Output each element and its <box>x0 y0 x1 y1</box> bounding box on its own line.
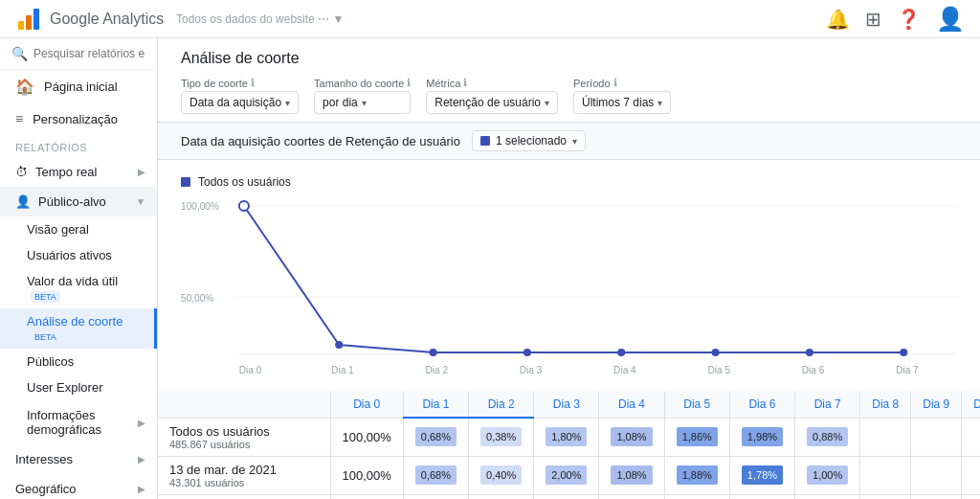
logo: Google Analytics <box>15 6 168 33</box>
period-help-icon[interactable]: ℹ <box>613 77 617 89</box>
cohort-type-select[interactable]: Data da aquisição ▾ <box>181 91 299 114</box>
content-area: Análise de coorte Tipo de coorte ℹ Data … <box>158 38 980 499</box>
sidebar-item-geo[interactable]: Geográfico ▶ <box>0 474 157 499</box>
table-cell: 1,08% <box>599 494 664 499</box>
page-subtitle: Todos os dados do website ⋯ ▼ <box>176 12 344 26</box>
cohort-type-help-icon[interactable]: ℹ <box>251 77 255 89</box>
svg-point-17 <box>335 341 343 349</box>
sidebar-item-overview[interactable]: Visão geral <box>0 216 157 242</box>
sidebar-item-audiences[interactable]: Públicos <box>0 349 157 374</box>
apps-icon[interactable]: ⊞ <box>865 8 881 31</box>
sidebar-item-active-users[interactable]: Usuários ativos <box>0 242 157 268</box>
table-cell: 1,98% <box>729 418 794 456</box>
svg-text:Dia 0: Dia 0 <box>239 365 262 375</box>
metric-control: Métrica ℹ Retenção de usuário ▾ <box>426 77 558 114</box>
table-cell: 0,35% <box>469 494 534 499</box>
col-header-dia0: Dia 0 <box>330 392 403 418</box>
table-cell <box>911 494 962 499</box>
interests-expand-icon: ▶ <box>138 454 145 465</box>
svg-text:Dia 7: Dia 7 <box>896 365 919 375</box>
table-cell <box>962 456 980 494</box>
col-header-dia5: Dia 5 <box>664 392 729 418</box>
period-select[interactable]: Últimos 7 dias ▾ <box>573 91 671 114</box>
sidebar-item-interests[interactable]: Interesses ▶ <box>0 444 157 474</box>
sidebar-realtime-label: Tempo real <box>35 165 97 179</box>
table-cell <box>911 456 962 494</box>
metric-select[interactable]: Retenção de usuário ▾ <box>426 91 558 114</box>
col-header-name <box>158 392 330 418</box>
sidebar-search[interactable]: 🔍 <box>0 38 157 70</box>
table-cell <box>962 418 980 456</box>
svg-text:Dia 3: Dia 3 <box>520 365 543 375</box>
svg-rect-2 <box>33 9 39 30</box>
sidebar-audience-label: Público-alvo <box>38 194 106 209</box>
col-header-dia4: Dia 4 <box>599 392 664 418</box>
table-cell: 2,00% <box>534 456 599 494</box>
metric-help-icon[interactable]: ℹ <box>463 77 467 89</box>
table-cell: 100,00% <box>330 418 403 456</box>
table-cell: 0,68% <box>729 494 794 499</box>
table-cell: 1,88% <box>664 456 729 494</box>
sidebar-item-home-label: Página inicial <box>44 79 118 94</box>
personalization-icon: ≡ <box>15 111 23 126</box>
table-cell: 0,68% <box>403 494 468 499</box>
sidebar-item-cohort[interactable]: Análise de coorte BETA <box>0 308 157 349</box>
col-header-dia6: Dia 6 <box>729 392 794 418</box>
col-header-dia7: Dia 7 <box>795 392 860 418</box>
period-arrow-icon: ▾ <box>657 98 662 108</box>
sidebar-item-user-explorer[interactable]: User Explorer <box>0 374 157 400</box>
cohort-header: Análise de coorte Tipo de coorte ℹ Data … <box>158 38 980 123</box>
table-cell <box>860 418 911 456</box>
sidebar-item-personalization[interactable]: ≡ Personalização <box>0 103 157 134</box>
logo-text: Google Analytics <box>50 11 164 28</box>
help-icon[interactable]: ❓ <box>897 8 921 31</box>
audience-bar: Data da aquisição coortes de Retenção de… <box>158 123 980 160</box>
lifetime-beta-badge: BETA <box>31 291 60 303</box>
sidebar-item-home[interactable]: 🏠 Página inicial <box>0 70 157 103</box>
row-label-cell: 13 de mar. de 202143.301 usuários <box>158 456 330 494</box>
segment-badge[interactable]: 1 selecionado ▾ <box>472 130 586 151</box>
table-cell: 0,28% <box>534 494 599 499</box>
table-cell <box>795 494 860 499</box>
cohort-controls: Tipo de coorte ℹ Data da aquisição ▾ Tam… <box>181 77 957 114</box>
svg-text:Dia 4: Dia 4 <box>613 365 636 375</box>
sidebar-item-lifetime-value[interactable]: Valor da vida útil BETA <box>0 268 157 308</box>
period-control: Período ℹ Últimos 7 dias ▾ <box>573 77 671 114</box>
ga-logo-icon <box>15 6 42 33</box>
svg-point-22 <box>806 349 813 356</box>
segment-dot-icon <box>480 136 490 146</box>
overview-label: Visão geral <box>27 222 89 237</box>
svg-rect-1 <box>26 15 32 30</box>
svg-point-23 <box>900 349 907 356</box>
cohort-type-arrow-icon: ▾ <box>285 98 290 108</box>
cohort-size-select[interactable]: por dia ▾ <box>314 91 411 114</box>
bell-icon[interactable]: 🔔 <box>826 8 850 31</box>
table-cell: 1,78% <box>729 456 794 494</box>
cohort-size-help-icon[interactable]: ℹ <box>407 77 411 89</box>
table-cell: 0,68% <box>403 456 468 494</box>
svg-point-21 <box>712 349 720 356</box>
table: Dia 0 Dia 1 Dia 2 Dia 3 Dia 4 Dia 5 Dia … <box>158 392 980 499</box>
metric-arrow-icon: ▾ <box>545 98 549 108</box>
col-header-dia8: Dia 8 <box>860 392 911 418</box>
segment-arrow-icon: ▾ <box>572 136 577 147</box>
search-input[interactable] <box>33 47 145 60</box>
sidebar-item-audience[interactable]: 👤 Público-alvo ▼ <box>0 187 157 216</box>
cohort-title: Análise de coorte <box>181 50 957 67</box>
table-cell: 100,00% <box>330 494 403 499</box>
svg-text:Dia 5: Dia 5 <box>707 365 730 375</box>
demographics-label: Informações demográficas <box>27 408 138 437</box>
user-explorer-label: User Explorer <box>27 380 102 395</box>
breadcrumb: Todos os dados do website ⋯ ▼ <box>176 12 826 26</box>
table-cell: 1,00% <box>795 456 860 494</box>
sidebar-item-demographics[interactable]: Informações demográficas ▶ <box>0 400 157 444</box>
sidebar-item-realtime[interactable]: ⏱ Tempo real ▶ <box>0 157 157 187</box>
svg-text:Dia 1: Dia 1 <box>331 365 354 375</box>
col-header-dia1: Dia 1 <box>403 392 468 418</box>
active-users-label: Usuários ativos <box>27 248 112 262</box>
table-row: 13 de mar. de 202143.301 usuários100,00%… <box>158 456 980 494</box>
account-icon[interactable]: 👤 <box>936 6 965 33</box>
cohort-size-label: Tamanho do coorte ℹ <box>314 77 411 89</box>
cohort-size-arrow-icon: ▾ <box>362 98 367 108</box>
svg-point-16 <box>239 201 249 211</box>
